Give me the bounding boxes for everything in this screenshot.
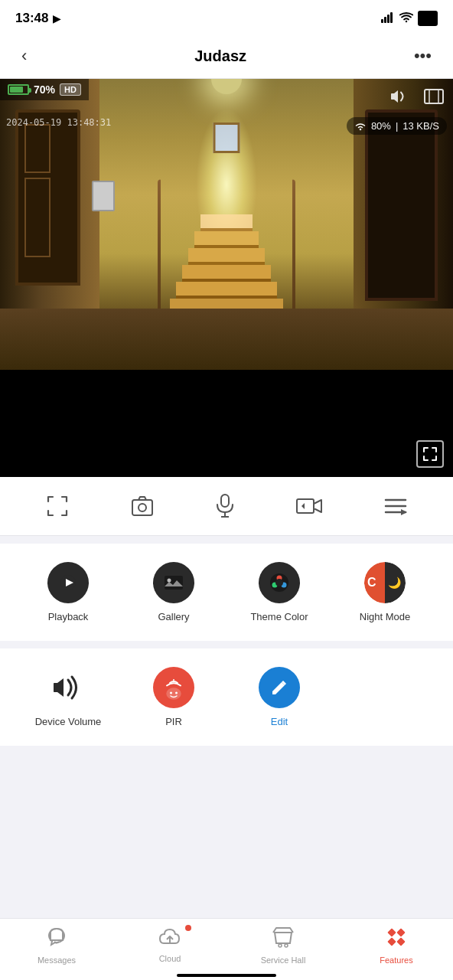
theme-color-label: Theme Color <box>250 611 308 622</box>
theme-color-item[interactable]: Theme Color <box>226 562 332 622</box>
svg-point-20 <box>168 579 171 583</box>
wifi-speed-overlay: 80% | 13 KB/S <box>347 117 447 135</box>
video-black-area <box>0 370 453 477</box>
playback-icon <box>47 562 89 603</box>
nav-service-hall[interactable]: Service Hall <box>253 926 314 965</box>
playback-label: Playback <box>48 611 89 622</box>
night-mode-icon: 🌙 C <box>364 562 406 603</box>
page-title: Judasz <box>194 47 246 65</box>
gallery-icon <box>153 562 194 603</box>
svg-rect-4 <box>425 90 443 103</box>
bottom-nav: Messages Cloud Service Hall <box>0 918 453 980</box>
wifi-overlay-icon <box>354 122 367 131</box>
nav-messages[interactable]: Messages <box>26 926 87 965</box>
svg-rect-1 <box>384 17 386 23</box>
aspect-ratio-button[interactable] <box>424 89 444 109</box>
microphone-button[interactable] <box>211 489 239 523</box>
battery-percent: 70% <box>34 83 55 96</box>
record-button[interactable] <box>292 492 327 521</box>
features-label: Features <box>380 956 412 965</box>
header: ‹ Judasz ••• <box>0 34 453 79</box>
feature-section: Playback Gallery <box>0 536 453 761</box>
svg-rect-0 <box>381 19 383 23</box>
screenshot-button[interactable] <box>126 491 158 521</box>
expand-button[interactable] <box>416 440 444 468</box>
svg-point-27 <box>170 692 172 694</box>
stair-window <box>213 122 240 153</box>
door-right <box>365 109 438 301</box>
home-indicator <box>177 974 276 977</box>
playback-item[interactable]: Playback <box>15 562 121 622</box>
pir-icon <box>153 667 194 708</box>
svg-rect-34 <box>387 937 396 946</box>
mailbox <box>92 181 115 211</box>
nav-cloud[interactable]: Cloud <box>139 926 200 965</box>
video-controls <box>390 88 444 109</box>
svg-point-8 <box>139 504 146 511</box>
svg-point-31 <box>285 944 288 947</box>
night-mode-item[interactable]: 🌙 C Night Mode <box>332 562 438 622</box>
wifi-icon <box>399 12 413 25</box>
device-volume-item[interactable]: Device Volume <box>15 667 121 727</box>
edit-icon <box>259 667 300 708</box>
signal-icon <box>381 12 395 25</box>
pir-item[interactable]: PIR <box>121 667 226 727</box>
location-icon: ▶ <box>53 12 61 24</box>
svg-rect-7 <box>132 500 152 515</box>
feature-row-1: Playback Gallery <box>0 544 453 641</box>
feature-row-2: Device Volume PIR <box>0 648 453 746</box>
quality-badge: HD <box>60 83 81 96</box>
svg-marker-16 <box>401 509 407 515</box>
status-time: 13:48 <box>15 11 48 26</box>
features-icon <box>386 926 407 952</box>
service-hall-label: Service Hall <box>261 956 306 965</box>
volume-button[interactable] <box>390 88 410 109</box>
svg-rect-33 <box>396 928 405 936</box>
svg-rect-19 <box>165 576 183 590</box>
night-mode-label: Night Mode <box>360 611 410 622</box>
theme-color-icon <box>259 562 300 603</box>
video-battery-overlay: 70% HD <box>0 79 89 100</box>
fullscreen-button[interactable] <box>41 490 73 522</box>
door-left <box>15 109 80 286</box>
svg-rect-32 <box>387 928 396 936</box>
ceiling-light <box>211 79 242 94</box>
svg-rect-2 <box>387 15 389 23</box>
more-options-button[interactable] <box>380 492 412 521</box>
gallery-label: Gallery <box>158 611 189 622</box>
svg-point-30 <box>279 944 282 947</box>
messages-icon <box>46 926 67 952</box>
edit-item[interactable]: Edit <box>226 667 332 727</box>
cloud-label: Cloud <box>159 954 181 963</box>
device-volume-label: Device Volume <box>35 716 102 727</box>
device-volume-icon <box>47 667 89 708</box>
more-button[interactable]: ••• <box>408 43 438 69</box>
gallery-item[interactable]: Gallery <box>121 562 226 622</box>
speed-value: 13 KB/S <box>402 120 439 132</box>
nav-features[interactable]: Features <box>366 926 427 965</box>
svg-rect-12 <box>297 499 314 513</box>
svg-rect-3 <box>390 12 393 23</box>
cloud-notification-dot <box>185 925 191 931</box>
svg-point-28 <box>175 692 178 694</box>
status-bar: 13:48 ▶ 82 <box>0 0 453 34</box>
battery-level: 82 <box>418 11 438 26</box>
edit-label: Edit <box>271 716 288 727</box>
svg-rect-9 <box>221 495 229 507</box>
svg-rect-35 <box>396 937 405 946</box>
back-button[interactable]: ‹ <box>15 43 33 69</box>
video-container: 70% HD 2024-05-19 13:48:31 80% | 13 KB/S <box>0 79 453 477</box>
messages-label: Messages <box>37 956 76 965</box>
pir-label: PIR <box>165 716 182 727</box>
timestamp-overlay: 2024-05-19 13:48:31 <box>6 117 111 128</box>
svg-point-25 <box>275 579 283 586</box>
wifi-percent: 80% <box>371 120 391 132</box>
service-hall-icon <box>272 926 294 952</box>
toolbar <box>0 477 453 536</box>
cloud-icon <box>158 926 182 951</box>
